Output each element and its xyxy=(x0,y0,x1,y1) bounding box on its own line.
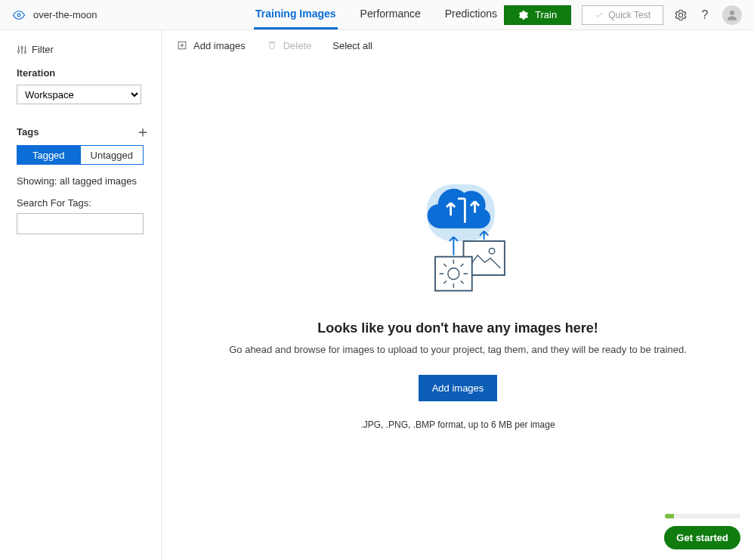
iteration-label: Iteration xyxy=(17,67,150,79)
main-area: Add images Delete Select all xyxy=(162,30,754,560)
tags-label: Tags xyxy=(17,126,39,138)
quick-test-button[interactable]: Quick Test xyxy=(582,5,663,25)
ab-delete-label: Delete xyxy=(283,40,312,51)
gear-icon xyxy=(518,10,529,20)
ab-select-all-label: Select all xyxy=(332,40,372,51)
filter-button[interactable]: Filter xyxy=(17,44,150,55)
progress-bar xyxy=(665,514,740,518)
settings-icon[interactable] xyxy=(674,8,688,22)
trash-icon xyxy=(267,40,277,51)
tagged-toggle[interactable]: Tagged xyxy=(17,145,81,165)
header-right: Train Quick Test ? xyxy=(504,5,742,25)
iteration-select[interactable]: Workspace xyxy=(17,85,141,104)
sliders-icon xyxy=(17,45,27,55)
avatar[interactable] xyxy=(722,5,742,25)
tab-performance[interactable]: Performance xyxy=(359,0,422,29)
svg-point-1 xyxy=(730,11,734,15)
empty-hint: .JPG, .PNG, .BMP format, up to 6 MB per … xyxy=(360,419,555,430)
add-tag-icon[interactable]: ＋ xyxy=(135,124,150,139)
train-button[interactable]: Train xyxy=(504,5,571,25)
empty-subtitle: Go ahead and browse for images to upload… xyxy=(229,344,687,355)
header: over-the-moon Training Images Performanc… xyxy=(0,0,754,30)
tag-filter-toggle: Tagged Untagged xyxy=(17,145,144,165)
ab-select-all[interactable]: Select all xyxy=(332,40,372,51)
svg-point-4 xyxy=(24,51,26,53)
svg-point-3 xyxy=(21,47,23,49)
empty-state: Looks like you don't have any images her… xyxy=(162,60,754,560)
train-button-label: Train xyxy=(535,9,557,20)
eye-icon xyxy=(12,8,26,22)
action-bar: Add images Delete Select all xyxy=(162,30,754,60)
svg-point-2 xyxy=(17,50,20,52)
help-icon[interactable]: ? xyxy=(698,8,712,22)
logo-area: over-the-moon xyxy=(12,8,148,22)
ab-add-images[interactable]: Add images xyxy=(177,40,246,51)
check-icon xyxy=(595,11,604,20)
sidebar: Filter Iteration Workspace Tags ＋ Tagged… xyxy=(0,30,162,560)
add-images-icon xyxy=(177,40,187,51)
tab-training-images[interactable]: Training Images xyxy=(254,0,338,29)
get-started-button[interactable]: Get started xyxy=(664,526,740,549)
ab-delete: Delete xyxy=(267,40,312,51)
progress-fill xyxy=(665,514,674,518)
bottom-right-panel: Get started xyxy=(664,514,740,549)
search-tags-label: Search For Tags: xyxy=(17,197,150,209)
empty-illustration-icon xyxy=(401,181,515,302)
filter-label: Filter xyxy=(32,44,54,55)
svg-point-0 xyxy=(17,14,20,17)
quick-test-label: Quick Test xyxy=(608,10,650,20)
untagged-toggle[interactable]: Untagged xyxy=(81,145,144,165)
search-tags-input[interactable] xyxy=(17,213,144,234)
main-tabs: Training Images Performance Predictions xyxy=(254,0,499,29)
tab-predictions[interactable]: Predictions xyxy=(443,0,499,29)
empty-title: Looks like you don't have any images her… xyxy=(317,320,598,336)
project-name: over-the-moon xyxy=(33,9,97,20)
ab-add-images-label: Add images xyxy=(193,40,246,51)
showing-text: Showing: all tagged images xyxy=(17,175,150,187)
add-images-button[interactable]: Add images xyxy=(419,375,498,401)
